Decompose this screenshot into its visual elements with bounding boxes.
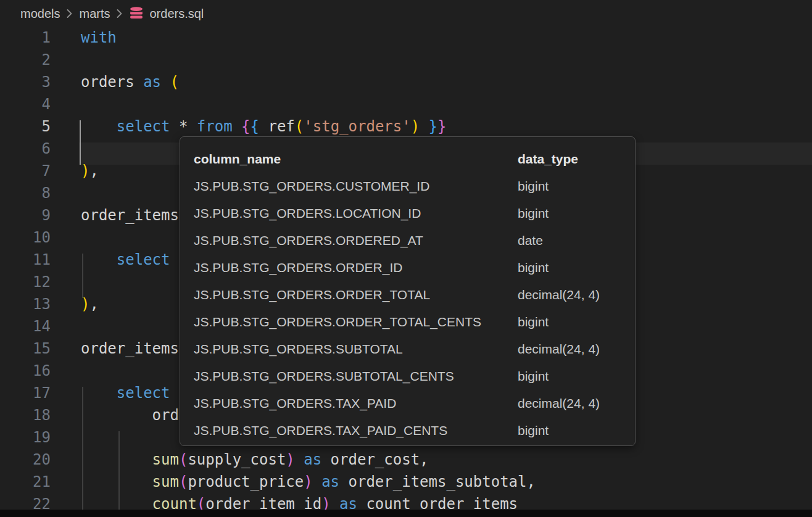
popup-cell-column-name: JS.PUB.STG_ORDERS.LOCATION_ID: [194, 200, 421, 227]
popup-cell-column-name: JS.PUB.STG_ORDERS.TAX_PAID_CENTS: [194, 417, 447, 444]
popup-row: JS.PUB.STG_ORDERS.ORDER_TOTAL_CENTSbigin…: [180, 308, 635, 336]
code-token: with: [81, 29, 117, 46]
popup-cell-data-type: bigint: [518, 363, 549, 390]
code-line[interactable]: select: [81, 249, 170, 271]
code-token: from: [197, 118, 233, 135]
code-line[interactable]: select * from {{ ref('stg_orders') }}: [81, 115, 446, 138]
code-token: ): [286, 451, 294, 468]
popup-row: JS.PUB.STG_ORDERS.SUBTOTALdecimal(24, 4): [180, 336, 635, 363]
breadcrumb-item-models[interactable]: models: [20, 7, 60, 21]
code-token: order_cost,: [321, 451, 428, 468]
popup-cell-data-type: bigint: [518, 200, 549, 227]
popup-row: JS.PUB.STG_ORDERS.SUBTOTAL_CENTSbigint: [180, 363, 635, 390]
breadcrumb-item-marts[interactable]: marts: [79, 7, 110, 21]
code-token: sum: [152, 473, 179, 490]
code-token: sum: [152, 451, 179, 468]
code-token: [313, 473, 321, 490]
code-token: (: [179, 473, 188, 490]
code-token: [81, 407, 152, 424]
popup-header-row: column_name data_type: [180, 146, 635, 173]
code-token: product_price: [188, 473, 304, 490]
code-token: [170, 118, 179, 135]
popup-cell-data-type: bigint: [518, 308, 549, 336]
code-token: ord: [152, 407, 179, 424]
code-line[interactable]: sum(product_price) as order_items_subtot…: [81, 471, 536, 493]
popup-header-column-name: column_name: [194, 146, 281, 173]
code-token: as: [304, 451, 321, 468]
popup-cell-column-name: JS.PUB.STG_ORDERS.ORDER_ID: [194, 254, 402, 281]
popup-row: JS.PUB.STG_ORDERS.ORDERED_ATdate: [180, 227, 635, 254]
code-token: [259, 118, 268, 135]
popup-cell-column-name: JS.PUB.STG_ORDERS.ORDERED_AT: [194, 227, 423, 254]
code-token: [81, 251, 117, 268]
code-token: ): [81, 296, 89, 313]
code-token: supply_cost: [188, 451, 286, 468]
popup-cell-data-type: bigint: [518, 417, 549, 444]
code-token: (: [179, 451, 188, 468]
breadcrumb-item-file[interactable]: orders.sql: [149, 7, 204, 21]
code-token: {: [251, 118, 259, 135]
database-icon: [129, 6, 144, 21]
code-line[interactable]: with: [81, 27, 117, 49]
code-token: order_items_subtotal,: [339, 473, 536, 490]
code-line[interactable]: ord: [81, 404, 179, 426]
code-token: orders: [81, 73, 143, 91]
code-token: (: [170, 73, 179, 91]
code-line[interactable]: sum(supply_cost) as order_cost,: [81, 449, 429, 471]
code-token: as: [143, 73, 170, 91]
popup-cell-data-type: bigint: [518, 173, 549, 200]
popup-header-data-type: data_type: [518, 146, 578, 173]
code-token: ): [81, 162, 89, 180]
code-line[interactable]: order_items: [81, 337, 179, 360]
popup-cell-column-name: JS.PUB.STG_ORDERS.ORDER_TOTAL: [194, 281, 430, 308]
code-line[interactable]: order_items: [81, 204, 179, 226]
code-token: select: [117, 384, 170, 402]
code-line[interactable]: ),: [81, 293, 99, 315]
code-token: }: [437, 118, 446, 135]
code-line[interactable]: orders as (: [81, 71, 179, 93]
code-token: 'stg_orders': [304, 118, 410, 135]
popup-cell-data-type: decimal(24, 4): [518, 336, 600, 363]
popup-row: JS.PUB.STG_ORDERS.ORDER_IDbigint: [180, 254, 635, 281]
popup-cell-column-name: JS.PUB.STG_ORDERS.ORDER_TOTAL_CENTS: [194, 308, 481, 336]
code-token: as: [321, 473, 339, 490]
popup-row: JS.PUB.STG_ORDERS.TAX_PAIDdecimal(24, 4): [180, 390, 635, 417]
code-token: *: [179, 118, 188, 135]
bottom-bar: [0, 510, 812, 517]
code-token: [81, 473, 152, 490]
code-token: ): [304, 473, 312, 490]
code-token: [81, 384, 117, 402]
editor-window: models marts orders.sql 1234567891011121…: [0, 0, 812, 517]
popup-cell-column-name: JS.PUB.STG_ORDERS.SUBTOTAL_CENTS: [194, 363, 454, 390]
breadcrumb: models marts orders.sql: [0, 0, 812, 27]
popup-row: JS.PUB.STG_ORDERS.LOCATION_IDbigint: [180, 200, 635, 227]
code-line[interactable]: select: [81, 382, 170, 404]
code-token: [295, 451, 304, 468]
code-token: select: [117, 251, 170, 268]
code-token: ref: [268, 118, 294, 135]
column-info-popup: column_name data_type JS.PUB.STG_ORDERS.…: [180, 136, 636, 446]
popup-cell-column-name: JS.PUB.STG_ORDERS.TAX_PAID: [194, 390, 396, 417]
code-line[interactable]: ),: [81, 160, 99, 182]
popup-cell-column-name: JS.PUB.STG_ORDERS.CUSTOMER_ID: [194, 173, 429, 200]
chevron-right-icon: [66, 8, 73, 19]
code-token: select: [117, 118, 170, 135]
popup-cell-data-type: decimal(24, 4): [518, 281, 600, 308]
popup-row: JS.PUB.STG_ORDERS.ORDER_TOTALdecimal(24,…: [180, 281, 635, 308]
code-token: [81, 451, 152, 468]
popup-cell-data-type: date: [518, 227, 543, 254]
popup-cell-column-name: JS.PUB.STG_ORDERS.SUBTOTAL: [194, 336, 403, 363]
popup-row: JS.PUB.STG_ORDERS.CUSTOMER_IDbigint: [180, 173, 635, 200]
code-token: order_items: [81, 340, 179, 357]
code-token: [233, 118, 241, 135]
popup-row: JS.PUB.STG_ORDERS.TAX_PAID_CENTSbigint: [180, 417, 635, 444]
code-token: (: [295, 118, 304, 135]
code-token: ,: [89, 162, 98, 180]
code-token: order_items: [81, 207, 179, 224]
code-token: }: [429, 118, 437, 135]
popup-cell-data-type: decimal(24, 4): [518, 390, 600, 417]
chevron-right-icon: [116, 8, 123, 19]
popup-cell-data-type: bigint: [518, 254, 549, 281]
code-token: [81, 118, 117, 135]
code-token: ,: [89, 296, 98, 313]
